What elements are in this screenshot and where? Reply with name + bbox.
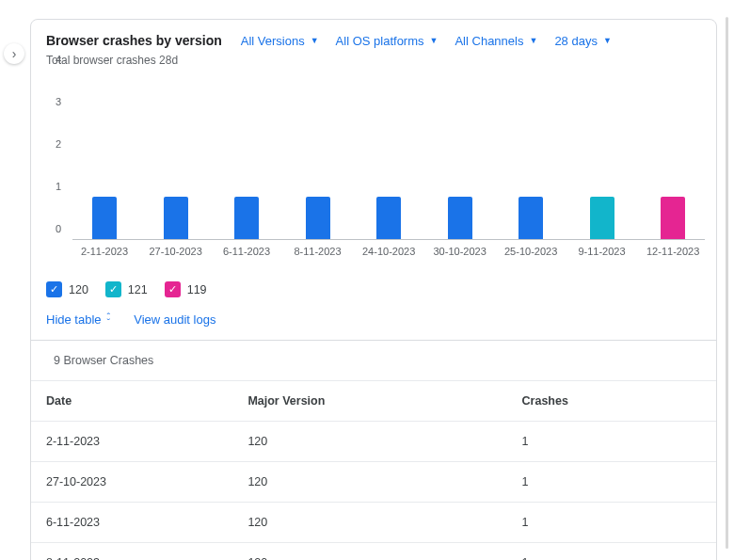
x-tick-label: 2-11-2023 [78,246,131,268]
table-row[interactable]: 27-10-20231201 [31,462,716,503]
card-actions: Hide table ˆˇ View audit logs [31,301,716,340]
bar[interactable] [164,197,188,239]
table-cell: 27-10-2023 [31,462,236,503]
bar-column [576,197,629,239]
table-cell: 1 [511,543,716,561]
crashes-card: Browser crashes by version All Versions … [30,19,717,560]
caret-down-icon: ▼ [430,36,439,45]
x-axis: 2-11-202327-10-20236-11-20238-11-202324-… [72,240,705,268]
col-crashes[interactable]: Crashes [511,381,716,422]
bar-column [646,197,699,239]
bar[interactable] [661,197,685,239]
bar-column [362,197,415,239]
expand-panel-handle[interactable]: › [4,43,24,64]
filter-channels[interactable]: All Channels ▼ [455,34,537,48]
vertical-scrollbar[interactable] [726,17,728,549]
bar[interactable] [590,197,614,239]
table-cell: 6-11-2023 [31,503,236,543]
view-audit-logs-link[interactable]: View audit logs [134,312,215,327]
bar-column [78,197,131,239]
filter-channels-label: All Channels [455,34,523,48]
legend-label: 120 [69,283,88,296]
table-header: Date Major Version Crashes [31,381,716,422]
bar-column [150,197,202,239]
x-tick-label: 6-11-2023 [220,246,273,268]
chart-legend: ✓120✓121✓119 [31,268,716,301]
y-tick: 0 [56,223,61,234]
bar-column [292,197,344,239]
x-tick-label: 25-10-2023 [504,246,557,268]
table-cell: 120 [236,503,510,543]
bar-chart: 01234 2-11-202327-10-20236-11-20238-11-2… [46,71,705,268]
chevron-right-icon: › [12,46,17,61]
col-date[interactable]: Date [31,381,236,422]
table-cell: 1 [511,503,716,543]
legend-swatch: ✓ [46,281,62,297]
table-cell: 120 [236,462,510,503]
table-cell: 120 [236,422,510,462]
bar-column [220,197,273,239]
collapse-icon: ˆˇ [107,314,110,326]
legend-item[interactable]: ✓121 [105,281,148,297]
table-cell: 8-11-2023 [31,543,236,561]
legend-item[interactable]: ✓120 [46,281,88,297]
table-cell: 1 [511,462,716,503]
filter-versions-label: All Versions [241,34,305,48]
chart-plot [72,71,705,240]
x-tick-label: 24-10-2023 [362,246,415,268]
y-axis: 01234 [46,71,69,240]
bar[interactable] [519,197,543,239]
y-tick: 4 [56,54,61,65]
table-cell: 1 [511,422,716,462]
bar[interactable] [234,197,259,239]
bar-column [434,197,487,239]
table-body: 2-11-2023120127-10-202312016-11-20231201… [31,422,716,561]
filter-period-label: 28 days [554,34,598,48]
x-tick-label: 8-11-2023 [292,246,344,268]
y-tick: 1 [56,181,61,192]
bar[interactable] [92,197,117,239]
x-tick-label: 30-10-2023 [434,246,487,268]
y-tick: 2 [56,138,61,150]
x-tick-label: 9-11-2023 [576,246,629,268]
hide-table-label: Hide table [46,312,102,327]
x-tick-label: 12-11-2023 [646,246,699,268]
filter-os-label: All OS platforms [336,34,424,48]
chart-bars [72,71,705,239]
hide-table-link[interactable]: Hide table ˆˇ [46,312,109,327]
legend-label: 119 [187,283,207,296]
table-row[interactable]: 2-11-20231201 [31,422,716,462]
caret-down-icon: ▼ [311,36,319,45]
bar[interactable] [306,197,330,239]
legend-swatch: ✓ [105,281,121,297]
table-row[interactable]: 8-11-20231201 [31,543,716,561]
filter-versions[interactable]: All Versions ▼ [241,34,319,48]
crashes-table: Date Major Version Crashes 2-11-20231201… [31,380,716,560]
table-row[interactable]: 6-11-20231201 [31,503,716,543]
bar[interactable] [448,197,472,239]
legend-item[interactable]: ✓119 [165,281,207,297]
filter-os[interactable]: All OS platforms ▼ [336,34,439,48]
card-header: Browser crashes by version All Versions … [31,20,716,52]
data-table-section: 9 Browser Crashes Date Major Version Cra… [31,340,716,560]
caret-down-icon: ▼ [529,36,537,45]
col-version[interactable]: Major Version [236,381,510,422]
caret-down-icon: ▼ [603,36,612,45]
legend-label: 121 [128,283,148,296]
bar[interactable] [376,197,401,239]
table-cell: 2-11-2023 [31,422,236,462]
y-tick: 3 [56,96,61,107]
card-title: Browser crashes by version [46,33,222,48]
legend-swatch: ✓ [165,281,181,297]
chart-subtitle: Total browser crashes 28d [31,52,716,67]
bar-column [504,197,557,239]
x-tick-label: 27-10-2023 [150,246,202,268]
filter-period[interactable]: 28 days ▼ [554,34,611,48]
view-audit-label: View audit logs [134,312,215,327]
table-caption: 9 Browser Crashes [31,341,716,380]
table-cell: 120 [236,543,510,561]
